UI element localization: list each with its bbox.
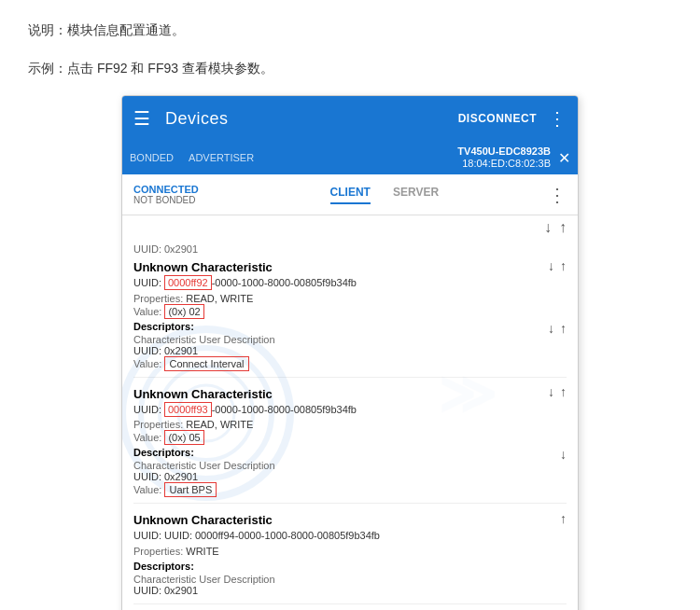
char1-value-highlight: (0x) 02 — [164, 304, 203, 319]
bonded-tab[interactable]: BONDED — [130, 152, 174, 163]
char3-descriptor-label: Descriptors: — [133, 561, 567, 572]
char1-desc-arrows: ↓ ↑ — [548, 321, 567, 336]
char1-desc-value-highlight: Connect Interval — [164, 356, 248, 371]
char1-descriptor: Descriptors: Characteristic User Descrip… — [133, 321, 567, 369]
char2-title: Unknown Characteristic — [133, 381, 273, 403]
char3-props-value: WRITE — [186, 546, 218, 557]
char1-props: Properties: READ, WRITE — [133, 293, 567, 304]
char2-descriptor-label: Descriptors: — [133, 447, 560, 458]
char1-desc-content: Descriptors: Characteristic User Descrip… — [133, 321, 548, 369]
scroll-up-arrow[interactable]: ↑ — [559, 219, 567, 236]
char1-uuid: UUID: 0000ff92-0000-1000-8000-00805f9b34… — [133, 276, 567, 290]
char1-desc-value: Value: Connect Interval — [133, 358, 548, 369]
char1-uuid-highlight: 0000ff92 — [164, 275, 212, 290]
char2-desc-content: Descriptors: Characteristic User Descrip… — [133, 447, 560, 495]
char1-value: Value: (0x) 02 — [133, 306, 567, 317]
not-bonded-label: NOT BONDED — [133, 195, 199, 205]
char2-descriptor: Descriptors: Characteristic User Descrip… — [133, 447, 567, 495]
tab-server[interactable]: SERVER — [393, 186, 439, 204]
characteristic-block-2: Unknown Characteristic ↓ ↑ UUID: 0000ff9… — [133, 381, 567, 499]
client-server-tabs: CLIENT SERVER — [221, 186, 548, 204]
connection-tabs: CONNECTED NOT BONDED CLIENT SERVER ⋮ — [122, 174, 578, 215]
char3-arrows: ↑ — [560, 511, 567, 526]
char1-props-value: READ, WRITE — [186, 293, 253, 304]
scroll-down-arrow[interactable]: ↓ — [544, 219, 552, 236]
char2-props-value: READ, WRITE — [186, 419, 253, 430]
char3-desc-uuid: UUID: 0x2901 — [133, 585, 567, 596]
phone-frame: ☰ Devices DISCONNECT ⋮ BONDED ADVERTISER… — [121, 95, 579, 610]
char2-header: Unknown Characteristic ↓ ↑ — [133, 381, 567, 403]
char1-desc-header: Descriptors: Characteristic User Descrip… — [133, 321, 567, 369]
char3-header: Unknown Characteristic ↑ — [133, 507, 567, 529]
device-bar: BONDED ADVERTISER TV450U-EDC8923B 18:04:… — [122, 141, 578, 174]
divider-3 — [133, 603, 567, 604]
char1-desc-up-arrow[interactable]: ↑ — [560, 321, 567, 336]
char2-desc-value-highlight: Uart BPS — [164, 482, 217, 497]
char1-up-arrow[interactable]: ↑ — [560, 258, 567, 273]
intro-line1: 说明：模块信息配置通道。 — [28, 19, 672, 42]
menu-icon[interactable]: ☰ — [133, 107, 150, 130]
char2-desc-header: Descriptors: Characteristic User Descrip… — [133, 447, 567, 495]
char2-desc-name: Characteristic User Description — [133, 460, 560, 471]
close-device-icon[interactable]: ✕ — [558, 149, 570, 167]
char3-desc-name: Characteristic User Description — [133, 574, 567, 585]
char3-props: Properties: WRITE — [133, 546, 567, 557]
char1-desc-down-arrow[interactable]: ↓ — [548, 321, 554, 336]
char1-header: Unknown Characteristic ↓ ↑ — [133, 255, 567, 276]
char1-descriptor-label: Descriptors: — [133, 321, 548, 332]
char3-title: Unknown Characteristic — [133, 507, 273, 529]
char2-arrows: ↓ ↑ — [548, 384, 567, 399]
app-title: Devices — [165, 109, 458, 129]
char1-desc-name: Characteristic User Description — [133, 334, 548, 345]
characteristic-block-3: Unknown Characteristic ↑ UUID: UUID: 000… — [133, 507, 567, 599]
top-bar: ☰ Devices DISCONNECT ⋮ — [122, 96, 578, 141]
char2-down-arrow[interactable]: ↓ — [548, 384, 554, 399]
characteristic-block-1: Unknown Characteristic ↓ ↑ UUID: 0000ff9… — [133, 255, 567, 372]
char3-up-arrow[interactable]: ↑ — [560, 511, 567, 526]
char1-title: Unknown Characteristic — [133, 255, 273, 276]
tab-client[interactable]: CLIENT — [330, 186, 371, 204]
tabs-more-icon[interactable]: ⋮ — [548, 184, 567, 206]
char2-desc-value: Value: Uart BPS — [133, 484, 560, 495]
connected-label: CONNECTED — [133, 184, 199, 195]
char2-props: Properties: READ, WRITE — [133, 419, 567, 430]
connection-status: CONNECTED NOT BONDED — [133, 184, 199, 205]
char2-desc-down-arrow[interactable]: ↓ — [560, 447, 567, 462]
char2-value: Value: (0x) 05 — [133, 432, 567, 443]
content-area: ≫ Unknown Characteristic ↓ ↑ UUID: 0000f… — [122, 255, 578, 610]
char3-descriptor: Descriptors: Characteristic User Descrip… — [133, 561, 567, 596]
advertiser-tab[interactable]: ADVERTISER — [189, 152, 254, 163]
char1-down-arrow[interactable]: ↓ — [548, 258, 554, 273]
char2-uuid-highlight: 0000ff93 — [164, 402, 212, 417]
intro-line2: 示例：点击 FF92 和 FF93 查看模块参数。 — [28, 57, 672, 80]
char2-value-highlight: (0x) 05 — [164, 430, 203, 445]
char2-uuid: UUID: 0000ff93-0000-1000-8000-00805f9b34… — [133, 403, 567, 417]
char2-up-arrow[interactable]: ↑ — [560, 384, 567, 399]
disconnect-button[interactable]: DISCONNECT — [458, 112, 537, 125]
char2-desc-arrows: ↓ — [560, 447, 567, 462]
char2-desc-uuid: UUID: 0x2901 — [133, 471, 560, 482]
char1-arrows: ↓ ↑ — [548, 258, 567, 273]
more-icon[interactable]: ⋮ — [548, 107, 567, 130]
top-uuid-label: UUID: 0x2901 — [122, 240, 578, 255]
char3-uuid: UUID: UUID: 0000ff94-0000-1000-8000-0080… — [133, 529, 567, 543]
device-name-display: TV450U-EDC8923B 18:04:ED:C8:02:3B — [269, 146, 551, 170]
char1-desc-uuid: UUID: 0x2901 — [133, 345, 548, 356]
scroll-arrows-row: ↓ ↑ — [122, 215, 578, 240]
